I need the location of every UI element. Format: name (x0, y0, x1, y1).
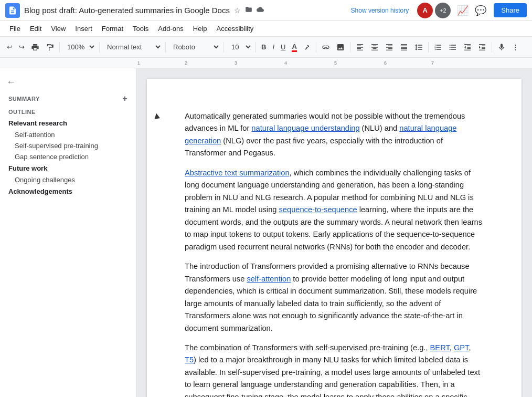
outline-item-self-supervised[interactable]: Self-supervised pre-training (0, 140, 136, 151)
menu-addons[interactable]: Add-ons (154, 23, 187, 34)
style-select[interactable]: Normal text Heading 1 Heading 2 Heading … (102, 40, 163, 54)
numbered-list-button[interactable] (431, 41, 445, 54)
header-avatars: A +2 (417, 3, 451, 18)
doc-area: ▲ Automatically generated summaries woul… (136, 68, 532, 397)
star-icon[interactable]: ☆ (234, 6, 241, 15)
menu-view[interactable]: View (47, 23, 70, 34)
underline-button[interactable]: U (278, 41, 288, 53)
bold-button[interactable]: B (259, 41, 269, 53)
outline-item-acknowledgements[interactable]: Acknowledgements (0, 185, 136, 197)
avatar-group: +2 (435, 3, 451, 18)
align-center-button[interactable] (368, 41, 381, 54)
text-color-button[interactable]: A (289, 40, 299, 54)
summary-label: SUMMARY (8, 96, 40, 102)
print-button[interactable] (28, 41, 42, 54)
redo-button[interactable]: ↪ (16, 41, 27, 53)
paragraph-2: Abstractive text summarization, which co… (185, 167, 484, 253)
menu-tools[interactable]: Tools (129, 23, 153, 34)
comment-icon[interactable]: 💬 (475, 5, 486, 16)
outline-item-future-work[interactable]: Future work (0, 162, 136, 174)
zoom-select[interactable]: 100% 75% 125% 150% (62, 40, 97, 54)
line-spacing-button[interactable] (412, 41, 425, 54)
outline-item-relevant-research[interactable]: Relevant research (0, 117, 136, 129)
paragraph-4: The combination of Transformers with sel… (185, 342, 484, 397)
ruler: 1 2 3 4 5 6 7 (0, 58, 532, 68)
outline-label: OUTLINE (0, 106, 136, 117)
outline-item-ongoing-challenges[interactable]: Ongoing challenges (0, 174, 136, 185)
indent-more-button[interactable] (475, 41, 489, 54)
cloud-icon[interactable] (257, 6, 264, 15)
version-history-link[interactable]: Show version history (351, 7, 409, 14)
undo-button[interactable]: ↩ (4, 41, 15, 53)
image-button[interactable] (334, 41, 347, 54)
paragraph-1: Automatically generated summaries would … (185, 110, 484, 160)
link-t5[interactable]: T5 (185, 356, 194, 364)
menu-format[interactable]: Format (98, 23, 127, 34)
summary-section: SUMMARY + (0, 92, 136, 106)
link-bert[interactable]: BERT (430, 343, 450, 352)
indent-less-button[interactable] (461, 41, 474, 54)
more-options-button[interactable]: ⋮ (509, 41, 522, 53)
align-justify-button[interactable] (397, 41, 411, 54)
italic-button[interactable]: I (270, 41, 277, 53)
microphone-button[interactable] (495, 41, 508, 54)
app-icon (5, 3, 20, 18)
doc-title: Blog post draft: Auto-generated summarie… (24, 6, 230, 15)
main-area: ← SUMMARY + OUTLINE Relevant research Se… (0, 68, 532, 397)
share-button[interactable]: Share (494, 3, 527, 17)
menu-file[interactable]: File (5, 23, 25, 34)
link-button[interactable] (319, 41, 333, 54)
sidebar: ← SUMMARY + OUTLINE Relevant research Se… (0, 68, 136, 397)
align-left-button[interactable] (353, 41, 367, 54)
avatar: A (417, 3, 433, 18)
title-bar: Blog post draft: Auto-generated summarie… (0, 0, 532, 21)
link-self-attention[interactable]: self-attention (247, 275, 291, 283)
link-gpt[interactable]: GPT (454, 343, 469, 352)
link-seq2seq[interactable]: sequence-to-sequence (279, 205, 357, 214)
menu-edit[interactable]: Edit (26, 23, 46, 34)
outline-item-self-attention[interactable]: Self-attention (0, 129, 136, 140)
folder-icon[interactable] (245, 6, 252, 15)
menu-accessibility[interactable]: Accessibility (212, 23, 258, 34)
back-button[interactable]: ← (0, 75, 136, 92)
highlight-button[interactable] (301, 41, 313, 53)
font-select[interactable]: Roboto Arial Times New Roman (168, 40, 221, 54)
menu-insert[interactable]: Insert (71, 23, 97, 34)
font-size-select[interactable]: 10 11 12 14 (227, 40, 253, 54)
link-nlu[interactable]: natural language understanding (251, 124, 359, 132)
toolbar: ↩ ↪ 100% 75% 125% 150% Normal text Headi… (0, 37, 532, 58)
cursor-indicator: ▲ (151, 110, 162, 122)
paragraph-3: The introduction of Transformers provide… (185, 260, 484, 335)
link-abstractive[interactable]: Abstractive text summarization (185, 169, 290, 177)
trending-icon[interactable]: 📈 (457, 5, 469, 16)
menu-help[interactable]: Help (189, 23, 211, 34)
menu-bar: File Edit View Insert Format Tools Add-o… (0, 21, 532, 37)
outline-item-gap-sentence[interactable]: Gap sentence prediction (0, 151, 136, 162)
paint-format-button[interactable] (43, 41, 57, 54)
align-right-button[interactable] (382, 41, 396, 54)
page: ▲ Automatically generated summaries woul… (147, 79, 522, 397)
summary-add-button[interactable]: + (122, 94, 127, 103)
bullet-list-button[interactable] (446, 41, 460, 54)
